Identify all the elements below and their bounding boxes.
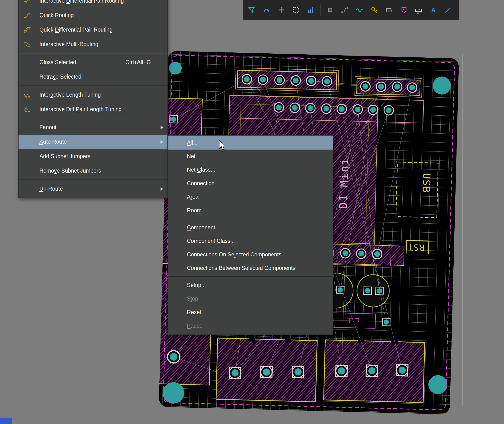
polygon-pour-icon[interactable] <box>398 5 409 15</box>
menu-separator <box>19 53 167 54</box>
submenu-item-setup[interactable]: Setup... <box>168 279 333 292</box>
menu-item-label: Room <box>187 207 202 214</box>
select-area-icon[interactable] <box>291 5 301 15</box>
submenu-item-reset[interactable]: Reset <box>168 306 333 319</box>
editor-toolbar: 10 A <box>243 0 459 20</box>
autoroute-all-icon <box>172 138 182 148</box>
menu-item-label: Connections Between Selected Components <box>187 265 295 271</box>
menu-item-auto-route[interactable]: Auto Route <box>19 135 167 149</box>
menu-item-label: Connections On Selected Components <box>187 251 281 258</box>
menu-item-label: Retrace Selected <box>39 74 81 80</box>
menu-separator <box>19 118 167 119</box>
menu-item-interactive-multi-routing[interactable]: Interactive Multi-Routing <box>19 37 167 51</box>
menu-item-fanout[interactable]: Fanout <box>19 120 167 135</box>
menu-item-label: Pause <box>187 323 202 329</box>
silkscreen-rst-label: RST <box>407 242 424 253</box>
length-tuning-icon <box>22 90 32 100</box>
submenu-item-net[interactable]: Net <box>168 150 333 163</box>
interactive-diff-pair-routing-icon <box>22 0 32 6</box>
menu-item-gloss-selected[interactable]: Gloss Selected Ctrl+Alt+G <box>19 55 167 69</box>
menu-item-interactive-diff-pair-routing[interactable]: Interactive Differential Pair Routing <box>19 0 167 8</box>
menu-item-label: All... <box>187 140 198 146</box>
svg-text:A: A <box>431 7 436 14</box>
submenu-item-room[interactable]: Room <box>168 204 333 217</box>
menu-item-un-route[interactable]: Un-Route <box>19 182 167 196</box>
connector-notch <box>284 338 291 342</box>
quick-diff-pair-routing-icon <box>22 25 32 35</box>
menu-separator <box>169 219 332 219</box>
measure-icon[interactable]: 10 <box>413 5 424 15</box>
signal-wave-icon[interactable] <box>354 5 365 15</box>
menu-item-label: Reset <box>187 309 201 316</box>
header-top-left[interactable] <box>237 70 337 90</box>
mouse-cursor <box>219 140 228 150</box>
line-tool-icon[interactable] <box>443 5 453 15</box>
menu-item-label: Quick Differential Pair Routing <box>39 27 113 33</box>
toolbar-divider <box>320 4 321 16</box>
menu-item-label: Connection <box>187 180 214 187</box>
silkscreen-chip-variant: D1 Mini <box>337 158 351 209</box>
menu-item-label: Auto Route <box>39 139 67 145</box>
submenu-item-component-class[interactable]: Component Class... <box>168 234 333 248</box>
menu-item-retrace-selected[interactable]: Retrace Selected <box>19 69 167 84</box>
filter-icon[interactable] <box>246 5 257 15</box>
menu-item-label: Interactive Diff Pair Length Tuning <box>39 106 122 112</box>
menu-item-label: Interactive Differential Pair Routing <box>39 0 124 4</box>
connector-notch <box>249 337 255 341</box>
menu-item-label: Component <box>187 224 215 231</box>
submenu-arrow-icon <box>161 126 163 129</box>
submenu-item-connections-between-selected-components[interactable]: Connections Between Selected Components <box>168 261 333 275</box>
menu-item-label: Interactive Length Tuning <box>39 92 101 98</box>
submenu-arrow-icon <box>161 187 163 191</box>
layer-stack-icon[interactable] <box>384 5 394 15</box>
menu-item-label: Add Subnet Jumpers <box>39 153 90 160</box>
menu-item-label: Un-Route <box>39 186 63 192</box>
submenu-item-net-class[interactable]: Net Class... <box>168 163 333 177</box>
submenu-arrow-icon <box>161 140 163 144</box>
submenu-item-area[interactable]: Area <box>168 190 333 204</box>
interactive-routing-icon[interactable] <box>261 5 272 15</box>
menu-item-label: Remove Subnet Jumpers <box>39 168 101 174</box>
menu-item-quick-diff-pair-routing[interactable]: Quick Differential Pair Routing <box>19 23 167 37</box>
submenu-item-component[interactable]: Component <box>168 221 333 234</box>
submenu-item-stop: Stop <box>168 292 333 306</box>
pin-key-icon[interactable] <box>369 5 379 15</box>
menu-item-label: Quick Routing <box>39 12 74 19</box>
menu-item-add-subnet-jumpers[interactable]: Add Subnet Jumpers <box>19 149 167 164</box>
quick-routing-icon <box>22 11 32 20</box>
menu-item-label: Net Class... <box>187 167 215 173</box>
menu-separator <box>19 180 167 180</box>
menu-item-label: Component Class... <box>187 238 235 244</box>
menu-item-label: Stop <box>187 296 198 302</box>
menu-separator <box>19 86 167 86</box>
menu-item-label: Gloss Selected <box>39 59 76 66</box>
text-tool-icon[interactable]: A <box>428 5 438 15</box>
submenu-item-pause: Pause <box>168 319 333 333</box>
menu-item-remove-subnet-jumpers[interactable]: Remove Subnet Jumpers <box>19 164 167 178</box>
multi-routing-icon <box>22 40 32 49</box>
menu-item-interactive-diff-pair-length-tuning[interactable]: Interactive Diff Pair Length Tuning <box>19 102 167 117</box>
round-component-2[interactable] <box>357 274 390 307</box>
auto-route-submenu: All... Net Net Class... Connection Area … <box>168 135 333 335</box>
chip-icon[interactable] <box>325 5 335 15</box>
menu-item-label: Setup... <box>187 282 206 288</box>
menu-item-interactive-length-tuning[interactable]: Interactive Length Tuning <box>19 87 167 102</box>
diff-pair-length-tuning-icon <box>22 105 32 114</box>
routing-context-menu: Interactive Differential Pair Routing Qu… <box>18 0 168 198</box>
add-icon[interactable] <box>276 5 286 15</box>
menu-item-label: Area <box>187 194 199 200</box>
menu-item-label: Interactive Multi-Routing <box>39 41 98 48</box>
menu-shortcut: Ctrl+Alt+G <box>126 59 167 66</box>
silkscreen-usb-label: USB <box>420 173 433 193</box>
submenu-item-connection[interactable]: Connection <box>168 177 333 190</box>
svg-text:10: 10 <box>417 12 419 14</box>
submenu-item-connections-on-selected-components[interactable]: Connections On Selected Components <box>168 248 333 261</box>
menu-item-label: Net <box>187 153 195 160</box>
taskbar-corner-accent <box>0 418 12 424</box>
route-net-icon[interactable] <box>340 5 350 15</box>
statistics-icon[interactable] <box>305 5 316 15</box>
menu-item-label: Fanout <box>39 124 57 131</box>
submenu-item-all[interactable]: All... <box>168 136 333 150</box>
menu-separator <box>169 276 332 277</box>
menu-item-quick-routing[interactable]: Quick Routing <box>19 8 167 23</box>
